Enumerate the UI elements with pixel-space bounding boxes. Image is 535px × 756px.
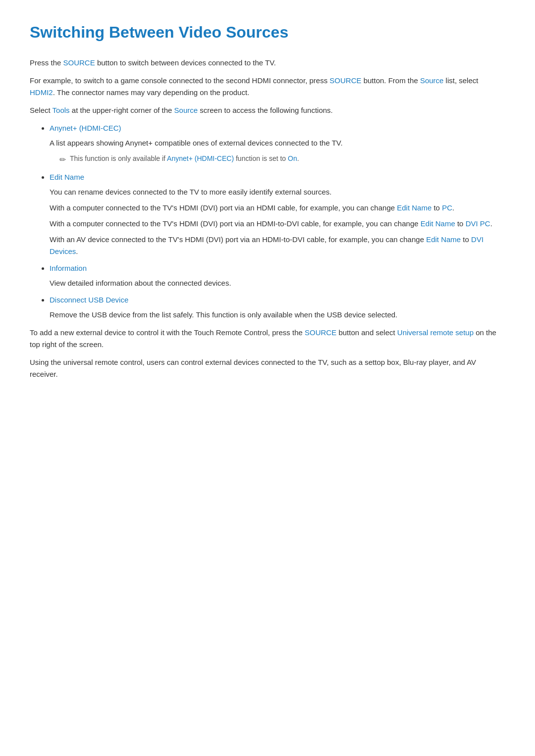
anynet-note: ✏ This function is only available if Any… <box>59 153 505 166</box>
source-link-1[interactable]: SOURCE <box>63 58 95 67</box>
hdmi2-link[interactable]: HDMI2 <box>30 88 53 97</box>
information-label[interactable]: Information <box>50 264 87 272</box>
pc-link[interactable]: PC <box>442 203 452 212</box>
information-description: View detailed information about the conn… <box>50 277 505 289</box>
anynet-note-text: This function is only available if Anyne… <box>70 153 299 164</box>
source-link-footer[interactable]: SOURCE <box>305 328 336 337</box>
intro-section: Press the SOURCE button to switch betwee… <box>30 57 505 116</box>
on-link[interactable]: On <box>288 154 297 162</box>
tools-link[interactable]: Tools <box>53 106 70 114</box>
edit-name-content: You can rename devices connected to the … <box>40 186 505 257</box>
list-item-information: Information View detailed information ab… <box>50 262 505 289</box>
intro-line-1: Press the SOURCE button to switch betwee… <box>30 57 505 69</box>
footer-section: To add a new external device to control … <box>30 327 505 380</box>
source-link-4[interactable]: Source <box>174 106 198 114</box>
footer-line-1: To add a new external device to control … <box>30 327 505 351</box>
intro-line-3: Select Tools at the upper-right corner o… <box>30 104 505 116</box>
disconnect-usb-content: Remove the USB device from the list safe… <box>40 309 505 321</box>
list-item-disconnect-usb: Disconnect USB Device Remove the USB dev… <box>50 294 505 321</box>
dvi-devices-link[interactable]: DVI Devices <box>50 235 483 255</box>
anynet-label[interactable]: Anynet+ (HDMI-CEC) <box>50 124 121 132</box>
list-item-edit-name: Edit Name You can rename devices connect… <box>50 171 505 257</box>
edit-name-label[interactable]: Edit Name <box>50 173 84 181</box>
edit-name-av-device: With an AV device connected to the TV's … <box>50 234 505 257</box>
source-link-3[interactable]: Source <box>420 76 444 85</box>
footer-line-2: Using the universal remote control, user… <box>30 356 505 380</box>
list-item-anynet: Anynet+ (HDMI-CEC) A list appears showin… <box>50 122 505 166</box>
dvi-pc-link[interactable]: DVI PC <box>466 219 490 228</box>
edit-name-link-1[interactable]: Edit Name <box>397 203 431 212</box>
edit-name-link-3[interactable]: Edit Name <box>426 235 461 244</box>
edit-name-link-2[interactable]: Edit Name <box>421 219 455 228</box>
intro-line-2: For example, to switch to a game console… <box>30 75 505 99</box>
anynet-content: A list appears showing Anynet+ compatibl… <box>40 137 505 166</box>
features-list: Anynet+ (HDMI-CEC) A list appears showin… <box>50 122 505 321</box>
pencil-icon: ✏ <box>59 153 66 166</box>
edit-name-hdmi-cable: With a computer connected to the TV's HD… <box>50 202 505 214</box>
universal-remote-link[interactable]: Universal remote setup <box>397 328 474 337</box>
information-content: View detailed information about the conn… <box>40 277 505 289</box>
disconnect-usb-description: Remove the USB device from the list safe… <box>50 309 505 321</box>
edit-name-dvi-cable: With a computer connected to the TV's HD… <box>50 218 505 230</box>
anynet-description: A list appears showing Anynet+ compatibl… <box>50 137 505 149</box>
source-link-2[interactable]: SOURCE <box>329 76 361 85</box>
disconnect-usb-label[interactable]: Disconnect USB Device <box>50 296 128 304</box>
page-title: Switching Between Video Sources <box>30 20 505 45</box>
anynet-link-note[interactable]: Anynet+ (HDMI-CEC) <box>167 154 234 162</box>
edit-name-description: You can rename devices connected to the … <box>50 186 505 198</box>
